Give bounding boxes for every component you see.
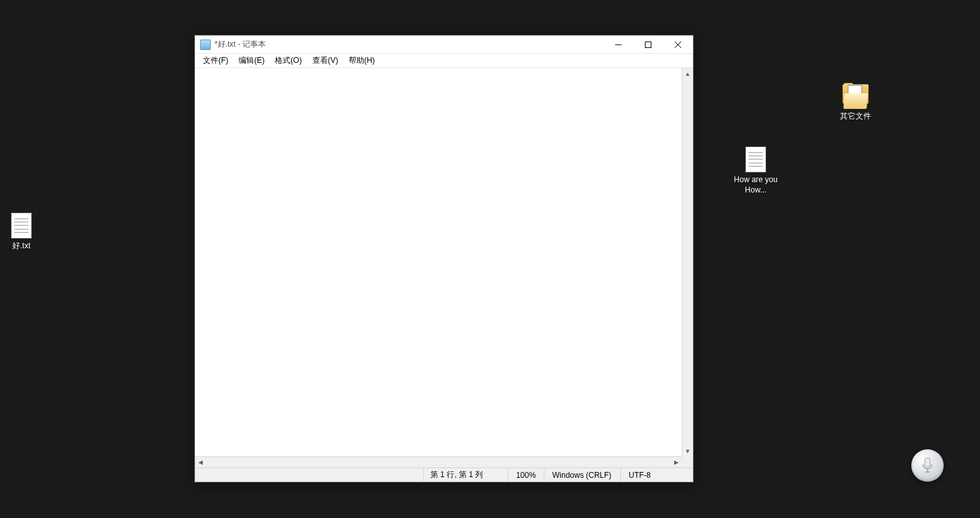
menu-format[interactable]: 格式(O): [270, 54, 307, 67]
desktop-icon-txt-howareyou[interactable]: How are you How...: [731, 147, 780, 195]
desktop-icon-label: 其它文件: [840, 112, 871, 122]
desktop-icon-folder-other[interactable]: 其它文件: [831, 83, 880, 122]
window-title: *好.txt - 记事本: [215, 39, 603, 50]
maximize-button[interactable]: [633, 36, 663, 54]
desktop-icon-label: How are you How...: [731, 175, 780, 195]
close-button[interactable]: [663, 36, 693, 54]
horizontal-scroll-row: ◀ ▶: [195, 456, 693, 467]
scroll-up-icon[interactable]: ▲: [682, 68, 694, 79]
status-line-ending: Windows (CRLF): [544, 468, 620, 482]
scroll-down-icon[interactable]: ▼: [682, 445, 694, 456]
status-zoom: 100%: [508, 468, 544, 482]
scroll-left-icon[interactable]: ◀: [195, 457, 206, 468]
notepad-window: *好.txt - 记事本 文件(F) 编辑(E) 格式(O) 查看(V) 帮助(…: [194, 35, 694, 482]
text-editor[interactable]: [195, 68, 682, 456]
voice-assistant-button[interactable]: [911, 449, 944, 482]
scroll-right-icon[interactable]: ▶: [671, 457, 682, 468]
folder-icon: [843, 83, 869, 109]
menu-help[interactable]: 帮助(H): [344, 54, 380, 67]
status-encoding: UTF-8: [620, 468, 693, 482]
svg-rect-1: [646, 41, 651, 47]
desktop-icon-txt-hao[interactable]: 好.txt: [0, 213, 46, 252]
desktop-icon-label: 好.txt: [12, 241, 30, 252]
status-position: 第 1 行, 第 1 列: [423, 468, 508, 482]
menu-file[interactable]: 文件(F): [198, 54, 233, 67]
editor-area: ▲ ▼: [195, 68, 693, 456]
statusbar: 第 1 行, 第 1 列 100% Windows (CRLF) UTF-8: [195, 467, 693, 482]
notepad-app-icon: [200, 40, 211, 50]
text-file-icon: [745, 147, 766, 172]
menu-view[interactable]: 查看(V): [307, 54, 344, 67]
menubar: 文件(F) 编辑(E) 格式(O) 查看(V) 帮助(H): [195, 54, 693, 68]
text-file-icon: [11, 213, 32, 239]
minimize-button[interactable]: [603, 36, 633, 54]
vertical-scrollbar[interactable]: ▲ ▼: [682, 68, 693, 456]
menu-edit[interactable]: 编辑(E): [233, 54, 270, 67]
horizontal-scrollbar[interactable]: ◀ ▶: [195, 456, 682, 467]
svg-rect-4: [925, 458, 930, 467]
scroll-corner: [682, 456, 693, 467]
microphone-icon: [921, 457, 934, 474]
titlebar[interactable]: *好.txt - 记事本: [195, 36, 693, 54]
